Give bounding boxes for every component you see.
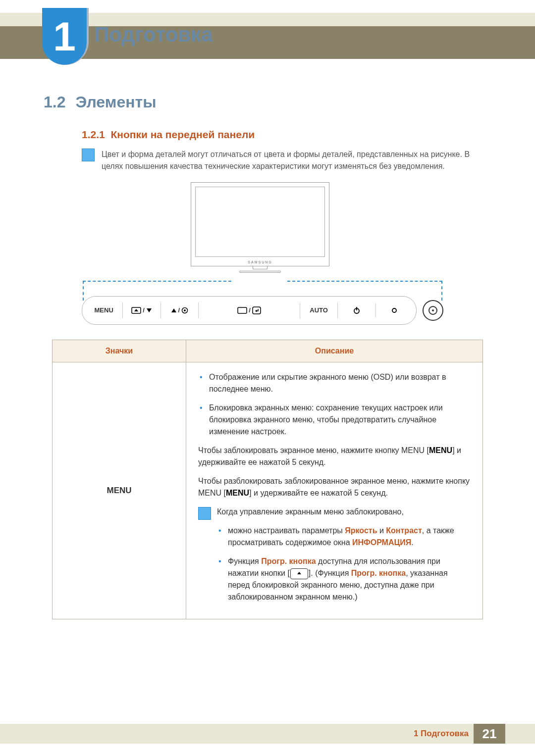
triangle-up-icon <box>171 308 177 313</box>
btn-up-target: / <box>161 302 199 318</box>
chapter-badge: 1 <box>42 8 87 65</box>
power-icon <box>353 306 361 314</box>
indicator-lines <box>82 276 443 296</box>
list-item: Блокировка экранных меню: сохранение тек… <box>198 402 471 438</box>
list-item: Отображение или скрытие экранного меню (… <box>198 371 471 395</box>
svg-point-7 <box>392 308 396 312</box>
led-indicator-icon <box>391 307 397 313</box>
sub-note-intro: Когда управление экранным меню заблокиро… <box>217 506 471 518</box>
paragraph: Чтобы заблокировать экранное меню, нажми… <box>198 445 471 468</box>
triangle-down-icon <box>146 308 152 313</box>
enter-icon <box>252 306 261 314</box>
sub-note-content: Когда управление экранным меню заблокиро… <box>217 506 471 610</box>
btn-power <box>338 303 375 317</box>
btn-auto-label: AUTO <box>310 305 328 315</box>
section-heading: 1.2 Элементы <box>44 90 157 114</box>
subsection-number: 1.2.1 <box>82 129 105 140</box>
monitor-illustration: SAMSUNG <box>191 182 329 266</box>
footer-text: 1 Подготовка <box>414 727 469 740</box>
footer-page-number: 21 <box>474 724 505 744</box>
table-header-description: Описание <box>186 340 482 362</box>
table-header-icons: Значки <box>53 340 186 362</box>
svg-point-2 <box>184 309 186 311</box>
target-icon <box>181 307 188 314</box>
button-bar: MENU / / / AUTO <box>82 296 443 325</box>
chapter-number: 1 <box>53 6 76 67</box>
note-icon <box>82 149 95 161</box>
table-cell-label: MENU <box>53 362 186 619</box>
footer: 1 Подготовка 21 <box>0 724 535 744</box>
section-title: Элементы <box>75 90 156 114</box>
btn-auto: AUTO <box>300 302 338 318</box>
btn-eye-sensor <box>423 300 443 321</box>
sub-note: Когда управление экранным меню заблокиро… <box>198 506 471 610</box>
custom-up-button-icon <box>290 568 308 579</box>
button-bar-main: MENU / / / AUTO <box>82 296 417 325</box>
table-cell-description: Отображение или скрытие экранного меню (… <box>186 362 482 619</box>
btn-led <box>376 304 413 316</box>
monitor-screen <box>195 187 325 257</box>
note-block: Цвет и форма деталей могут отличаться от… <box>82 149 493 172</box>
section-number: 1.2 <box>44 90 65 114</box>
note-text: Цвет и форма деталей могут отличаться от… <box>102 149 493 172</box>
description-table: Значки Описание MENU Отображение или скр… <box>52 340 483 619</box>
table-header: Значки Описание <box>53 340 482 362</box>
list-item: Функция Прогр. кнопка доступна для испол… <box>217 555 471 603</box>
paragraph: Чтобы разблокировать заблокированное экр… <box>198 475 471 499</box>
svg-rect-3 <box>238 307 247 313</box>
eye-sensor-icon <box>428 306 437 315</box>
btn-menu-label: MENU <box>95 305 113 315</box>
btn-source-enter: / <box>199 302 300 318</box>
subsection-heading: 1.2.1 Кнопки на передней панели <box>82 127 255 143</box>
note-icon <box>198 507 211 520</box>
subsection-title: Кнопки на передней панели <box>110 129 255 140</box>
monitor-brand: SAMSUNG <box>191 260 329 265</box>
list-item: можно настраивать параметры Яркость и Ко… <box>217 525 471 549</box>
chapter-title: Подготовка <box>94 19 213 50</box>
custom-up-icon <box>131 307 141 314</box>
source-icon <box>237 307 247 314</box>
btn-custom-down: / <box>123 302 160 318</box>
btn-menu: MENU <box>85 302 123 318</box>
table-row: MENU Отображение или скрытие экранного м… <box>53 362 482 619</box>
